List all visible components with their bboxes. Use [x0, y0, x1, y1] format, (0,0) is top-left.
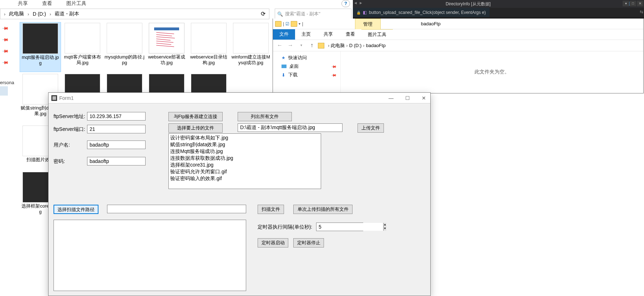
textbox-log-output[interactable] — [54, 220, 246, 291]
svg-rect-0 — [154, 27, 179, 30]
chevron-right-icon: › — [345, 43, 349, 48]
file-item[interactable]: webservice部署成功.jpg — [146, 22, 187, 72]
close-button[interactable]: ✕ — [420, 95, 427, 101]
input-username[interactable] — [87, 141, 146, 149]
button-scan-files[interactable]: 扫描文件 — [258, 205, 284, 214]
pin-icon[interactable]: ⇆ — [640, 9, 643, 14]
ribbon-tab-share[interactable]: 共享 — [18, 0, 28, 7]
ribbon-tab-file[interactable]: 文件 — [273, 29, 295, 40]
folder-icon[interactable] — [291, 21, 297, 27]
download-icon: ⬇ — [282, 72, 285, 78]
nav-back-button[interactable]: ← — [275, 41, 284, 50]
listbox-remote-files[interactable]: 设计密码窗体布局如下.jpg 赋值string到data效果.jpg 连接Mqt… — [168, 133, 321, 189]
input-ftp-port[interactable] — [87, 125, 146, 133]
separator: | — [283, 21, 284, 26]
address-bar[interactable]: › 此电脑 › D (D:) › badaoFtp — [318, 41, 386, 50]
sidebar-text-truncated: ersona — [0, 80, 14, 85]
tree-quick-access[interactable]: ★ 快速访问 — [273, 53, 340, 62]
list-item[interactable]: 验证密码允许关闭窗口.gif — [170, 168, 319, 175]
ribbon-tab-view[interactable]: 查看 — [42, 0, 52, 7]
lock-icon: 🔒 — [356, 11, 361, 15]
list-item[interactable]: 赋值string到data效果.jpg — [170, 141, 319, 148]
input-password[interactable] — [87, 157, 146, 165]
vs-doc-title: DirectoryInfo [从元数据] — [446, 1, 491, 7]
ribbon-tab-picture-tools[interactable]: 图片工具 — [361, 29, 393, 40]
svg-line-1 — [156, 32, 174, 34]
tree-label: 下载 — [288, 72, 298, 78]
file-item[interactable]: mysqldump的路径.jpg — [104, 22, 145, 72]
pin-icon: 📌 — [2, 36, 9, 44]
minimize-button[interactable]: — — [387, 95, 395, 101]
button-upload-all-scanned[interactable]: 单次上传扫描的所有文件 — [293, 205, 353, 214]
nav-forward-button: → — [286, 41, 295, 50]
svg-line-7 — [156, 45, 174, 47]
tree-desktop[interactable]: 桌面 📌 — [273, 62, 340, 71]
qat-dropdown-icon[interactable]: ▾ — [299, 22, 300, 26]
breadcrumb-part[interactable]: badaoFtp — [366, 43, 386, 48]
file-item[interactable]: mqtt客户端窗体布局.jpg — [62, 22, 103, 72]
input-upload-path[interactable] — [238, 123, 343, 132]
spin-down-icon[interactable]: ▼ — [383, 227, 386, 231]
maximize-button[interactable]: ☐ — [404, 95, 411, 101]
folder-icon[interactable] — [275, 21, 282, 27]
list-item[interactable]: 设计密码窗体布局如下.jpg — [170, 134, 319, 141]
breadcrumb-part[interactable]: 此电脑 — [331, 42, 345, 49]
chevron-right-icon: › — [361, 43, 366, 48]
nav-up-button[interactable]: ↑ — [307, 41, 316, 50]
ribbon-tab-share[interactable]: 共享 — [317, 29, 339, 40]
app-icon — [51, 95, 57, 101]
explorer-window-badaoftp: | ☑ ▾ | 管理 badaoFtp 文件 主页 共享 查看 图片工具 ← →… — [273, 19, 644, 93]
form1-body: ftpServer地址: ftpServer端口: 用户名: 密码: 与Ftp服… — [49, 103, 430, 296]
button-choose-scan-path[interactable]: 选择扫描文件路径 — [54, 205, 98, 214]
empty-folder-message: 此文件夹为空。 — [475, 69, 509, 75]
button-timer-stop[interactable]: 定时器停止 — [293, 238, 324, 247]
search-box[interactable]: 🔍 搜索"霸道 - 副本" — [275, 9, 351, 19]
breadcrumb-part[interactable]: D (D:) — [349, 43, 362, 48]
numeric-timer-interval[interactable]: ▲ ▼ — [316, 223, 363, 231]
thumbnail — [107, 23, 142, 53]
file-item[interactable]: webservice目录结构.jpg — [188, 22, 229, 72]
spin-up-icon[interactable]: ▲ — [383, 223, 386, 227]
tree-downloads[interactable]: ⬇ 下载 📌 — [273, 71, 340, 79]
label-password: 密码: — [54, 158, 65, 165]
vs-toolbar-icon[interactable]: ✕ — [637, 1, 643, 6]
file-item[interactable]: mqtt服务端启动.jpg — [20, 22, 61, 72]
label-ftp-server: ftpServer地址: — [54, 113, 85, 120]
vs-toolbar-icon[interactable]: □ — [630, 1, 636, 6]
chevron-right-icon: › — [2, 11, 7, 17]
breadcrumb-part[interactable]: D (D:) — [31, 11, 47, 17]
list-item[interactable]: 连接数据库获取数据成功.jpg — [170, 155, 319, 162]
form1-titlebar[interactable]: Form1 — ☐ ✕ — [49, 93, 430, 103]
numeric-input[interactable] — [316, 223, 383, 231]
ribbon-context-manage[interactable]: 管理 — [355, 19, 381, 29]
button-upload-file[interactable]: 上传文件 — [358, 123, 384, 133]
list-item[interactable]: 选择框架core31.jpg — [170, 162, 319, 168]
ribbon-tab-picture-tools[interactable]: 图片工具 — [66, 0, 86, 7]
address-bar[interactable]: › 此电脑 › D (D:) › 霸道 - 副本 ⌄ — [0, 9, 269, 19]
breadcrumb-part[interactable]: 此电脑 — [7, 11, 25, 17]
breadcrumb-part[interactable]: 霸道 - 副本 — [53, 11, 80, 17]
help-icon[interactable]: ? — [341, 0, 350, 7]
ribbon-tab-view[interactable]: 查看 — [339, 29, 361, 40]
button-timer-start[interactable]: 定时器启动 — [258, 238, 288, 247]
button-list-all-files[interactable]: 列出所有文件 — [238, 112, 292, 121]
ribbon-tab-home[interactable]: 主页 — [295, 29, 317, 40]
list-item[interactable]: 验证密码输入的效果.gif — [170, 175, 319, 182]
nav-recent-dropdown[interactable]: ▾ — [296, 41, 306, 50]
button-connect-ftp[interactable]: 与Ftp服务器建立连接 — [168, 112, 223, 121]
input-scan-path[interactable] — [107, 205, 246, 213]
button-choose-upload-file[interactable]: 选择要上传的文件 — [168, 123, 223, 133]
vs-toolbar-icon[interactable]: ▾ — [623, 1, 629, 6]
chevron-left-icon[interactable]: ◄ — [354, 1, 358, 5]
file-label: mysqldump的路径.jpg — [104, 54, 145, 66]
vs-breadcrumb-method[interactable]: 🔒 ◧ button_upload_scaned_file_Click(obje… — [353, 8, 490, 17]
file-grid: mqtt服务端启动.jpg mqtt客户端窗体布局.jpg mysqldump的… — [20, 22, 272, 72]
input-ftp-server[interactable] — [87, 112, 146, 121]
svg-line-2 — [156, 35, 172, 36]
window-title: Form1 — [59, 95, 73, 101]
chevron-right-icon[interactable]: ► — [359, 1, 363, 5]
list-item[interactable]: 连接Mqtt服务端成功.jpg — [170, 148, 319, 155]
checkbox-icon[interactable]: ☑ — [285, 21, 289, 26]
refresh-button[interactable]: ⟳ — [257, 9, 269, 19]
file-item[interactable]: winform建立连接Mysql成功.jpg — [230, 22, 272, 72]
